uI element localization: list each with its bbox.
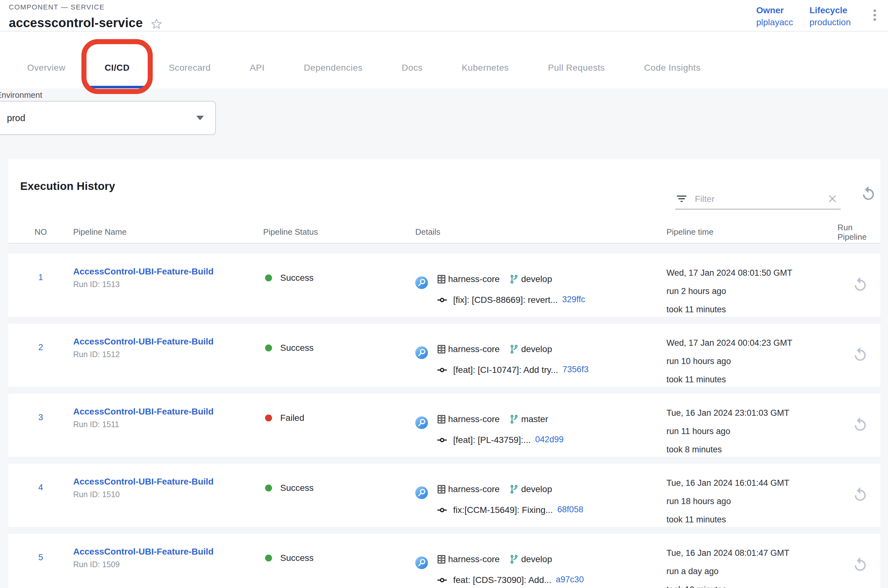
duration: took 11 minutes [667, 370, 837, 388]
row-number: 2 [38, 343, 43, 352]
tab-overview[interactable]: Overview [8, 46, 85, 88]
git-commit-icon [437, 504, 448, 515]
tab-label: Scorecard [169, 63, 211, 72]
tab-ci-cd[interactable]: CI/CD [85, 46, 149, 88]
pipeline-name-link[interactable]: AccessControl-UBI-Feature-Build [73, 265, 263, 278]
repository-icon [437, 484, 446, 494]
column-header: Run Pipeline [837, 222, 880, 242]
pipeline-name-link[interactable]: AccessControl-UBI-Feature-Build [73, 475, 263, 488]
tab-label: API [250, 63, 265, 72]
owner-label: Owner [756, 4, 793, 16]
tab-dependencies[interactable]: Dependencies [284, 46, 382, 88]
clear-filter-icon[interactable] [827, 193, 838, 204]
branch-name: develop [521, 273, 552, 285]
row-number: 4 [38, 483, 43, 492]
ci-module-icon [415, 346, 428, 359]
tab-scorecard[interactable]: Scorecard [149, 46, 230, 88]
favorite-star-icon[interactable] [151, 18, 162, 29]
run-id: Run ID: 1510 [73, 490, 263, 500]
commit-message: feat: [CDS-73090]: Add... [453, 573, 551, 586]
tab-label: Pull Requests [548, 63, 605, 72]
commit-sha-link[interactable]: a97c30 [556, 573, 584, 586]
repository-name: harness-core [448, 412, 500, 425]
tab-label: Docs [402, 63, 422, 72]
git-branch-icon [509, 274, 518, 284]
entity-meta: Owner plplayacc Lifecycle production [756, 4, 877, 28]
ci-module-icon [415, 416, 428, 429]
tab-kubernetes[interactable]: Kubernetes [442, 46, 528, 88]
git-commit-icon [437, 434, 448, 445]
run-pipeline-button[interactable] [852, 416, 868, 433]
environment-select[interactable]: prod [0, 101, 216, 135]
pipeline-name-link[interactable]: AccessControl-UBI-Feature-Build [73, 545, 263, 558]
git-branch-icon [509, 344, 518, 354]
status-label: Success [280, 483, 314, 493]
owner-link[interactable]: plplayacc [756, 16, 793, 28]
status-dot [265, 484, 272, 491]
kebab-menu-icon[interactable] [872, 8, 877, 22]
environment-label: Environment [0, 90, 42, 100]
repository-name: harness-core [448, 553, 500, 565]
tab-label: Code Insights [644, 63, 700, 72]
pipeline-name-link[interactable]: AccessControl-UBI-Feature-Build [73, 405, 263, 418]
status-dot [265, 554, 272, 561]
repository-icon [437, 414, 446, 424]
duration: took 11 minutes [667, 300, 837, 319]
table-header-row: NOPipeline NamePipeline StatusDetailsPip… [8, 221, 880, 243]
commit-message: [feat]: [PL-43759]:... [453, 434, 531, 446]
section-title: Execution History [20, 180, 115, 193]
execution-history-card: Execution History NOPipeline NamePipelin… [8, 159, 880, 588]
commit-message: [feat]: [CI-10747]: Add try... [453, 363, 558, 376]
table-row: 3 AccessControl-UBI-Feature-Build Run ID… [8, 394, 880, 457]
duration: took 10 minutes [667, 580, 837, 588]
git-commit-icon [437, 294, 448, 305]
ci-module-icon [415, 486, 428, 499]
commit-message: [fix]: [CDS-88669]: revert... [453, 293, 557, 306]
owner-meta: Owner plplayacc [756, 4, 793, 28]
environment-selected-value: prod [7, 113, 25, 123]
status-label: Success [280, 343, 314, 352]
row-number: 3 [38, 412, 43, 422]
tab-label: Kubernetes [462, 63, 509, 72]
status-dot [265, 344, 272, 351]
run-pipeline-button[interactable] [852, 346, 868, 363]
commit-sha-link[interactable]: 7356f3 [563, 363, 589, 376]
branch-name: master [521, 412, 548, 425]
tab-label: CI/CD [105, 63, 130, 72]
ci-module-icon [415, 276, 428, 289]
pipeline-timestamp: Wed, 17 Jan 2024 08:01:50 GMT [667, 264, 837, 282]
column-header: Pipeline Status [263, 227, 415, 237]
run-id: Run ID: 1513 [73, 279, 263, 290]
repository-name: harness-core [448, 483, 500, 495]
branch-name: develop [521, 343, 552, 355]
run-pipeline-button[interactable] [852, 486, 868, 503]
status-label: Success [280, 273, 314, 283]
run-id: Run ID: 1509 [73, 560, 263, 570]
page-title: accesscontrol-service [9, 16, 143, 30]
cicd-content: Environment prod Execution History [0, 88, 888, 588]
run-pipeline-button[interactable] [852, 276, 868, 293]
tab-api[interactable]: API [230, 46, 284, 88]
lifecycle-meta: Lifecycle production [810, 4, 851, 28]
repository-name: harness-core [448, 343, 500, 355]
pipeline-name-link[interactable]: AccessControl-UBI-Feature-Build [73, 335, 263, 348]
branch-name: develop [521, 483, 552, 495]
tab-docs[interactable]: Docs [382, 46, 442, 88]
status-dot [265, 414, 272, 421]
filter-input[interactable] [695, 194, 827, 204]
tab-code-insights[interactable]: Code Insights [625, 46, 720, 88]
table-body: 1 AccessControl-UBI-Feature-Build Run ID… [8, 243, 880, 588]
commit-sha-link[interactable]: 68f058 [557, 504, 583, 516]
commit-sha-link[interactable]: 042d99 [535, 434, 563, 446]
run-pipeline-button[interactable] [852, 556, 868, 573]
commit-sha-link[interactable]: 329ffc [562, 293, 585, 306]
tab-pull-requests[interactable]: Pull Requests [528, 46, 625, 88]
status-dot [265, 274, 272, 281]
git-commit-icon [437, 364, 448, 375]
breadcrumb: COMPONENT — SERVICE [9, 3, 104, 11]
table-row: 4 AccessControl-UBI-Feature-Build Run ID… [8, 464, 880, 527]
pipeline-timestamp: Tue, 16 Jan 2024 16:01:44 GMT [667, 474, 837, 492]
refresh-icon[interactable] [860, 186, 877, 202]
repository-icon [437, 274, 446, 284]
table-row: 1 AccessControl-UBI-Feature-Build Run ID… [8, 254, 880, 317]
